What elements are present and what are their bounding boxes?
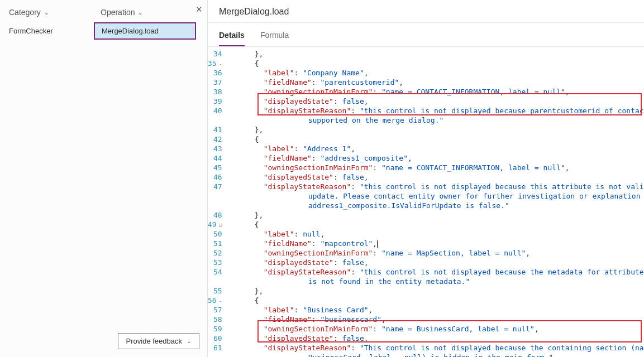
code-token: "Address 1" xyxy=(303,144,351,153)
code-pane[interactable]: 3435-3637383940414243444546474849⊟505152… xyxy=(208,47,644,357)
code-line: { xyxy=(230,134,644,144)
gutter-line: 35- xyxy=(208,59,222,68)
close-icon[interactable]: ✕ xyxy=(195,4,203,15)
gutter-line: 52 xyxy=(208,248,222,258)
code-token: "name = CONTACT_INFORMATION, label = nul… xyxy=(381,163,565,172)
code-line: }, xyxy=(230,210,644,220)
code-token: "Company Name" xyxy=(303,69,364,77)
code-token: , xyxy=(351,144,355,153)
gutter-line: 53 xyxy=(208,258,222,267)
code-token: "displayedState" xyxy=(264,334,333,342)
left-panel: ✕ Category ⌄ Operation ⌄ FormChecker Mer… xyxy=(0,0,208,357)
code-token: : xyxy=(351,268,360,276)
code-token: "label" xyxy=(264,230,294,238)
code-token: "fieldName" xyxy=(264,239,312,248)
tabs-row: Details Formula xyxy=(208,23,644,47)
code-token: supported on the merge dialog." xyxy=(308,116,444,124)
code-token: address1_composite.IsValidForUpdate is f… xyxy=(308,201,509,210)
code-token: { xyxy=(255,220,259,229)
code-token: "parentcustomerid" xyxy=(320,78,399,86)
gutter-line: 41 xyxy=(208,125,222,134)
gutter-line: 55 xyxy=(208,286,222,296)
code-token: "label" xyxy=(264,144,294,153)
gutter-line xyxy=(208,115,222,125)
code-token: { xyxy=(255,59,259,67)
code-line: "label": "Address 1", xyxy=(230,144,644,153)
code-token: "This control is not displayed because t… xyxy=(360,344,644,352)
code-token: : xyxy=(312,78,321,86)
gutter-line: 50 xyxy=(208,229,222,239)
category-cell: FormChecker xyxy=(0,22,89,40)
gutter-line: 49⊟ xyxy=(208,220,222,229)
operation-header[interactable]: Operation ⌄ xyxy=(101,8,207,17)
code-line: "fieldName": "businesscard", xyxy=(230,315,644,324)
page-title: MergeDialog.load xyxy=(208,0,644,23)
code-line: "owningSectionInMainForm": "name = CONTA… xyxy=(230,87,644,97)
code-token: "Business Card" xyxy=(303,306,368,314)
code-line: is not found in the entity metadata." xyxy=(230,277,644,286)
code-token: "label" xyxy=(264,69,294,77)
code-token: "this control is not displayed because p… xyxy=(360,107,644,115)
gutter-line: 45 xyxy=(208,163,222,172)
gutter-line: 38 xyxy=(208,87,222,97)
gutter-line: 40 xyxy=(208,106,222,115)
code-token: "displayStateReason" xyxy=(264,344,351,352)
code-token: BusinessCard, label = null) is hidden in… xyxy=(308,353,553,357)
code-token: }, xyxy=(255,211,264,219)
provide-feedback-button[interactable]: Provide feedback ⌄ xyxy=(118,333,199,349)
code-line: BusinessCard, label = null) is hidden in… xyxy=(230,353,644,357)
tab-details[interactable]: Details xyxy=(219,28,245,46)
tab-formula[interactable]: Formula xyxy=(260,28,289,46)
code-token: : xyxy=(333,173,342,181)
code-line: "owningSectionInMainForm": "name = CONTA… xyxy=(230,163,644,172)
code-token: : xyxy=(373,163,381,172)
code-line: "displayStateReason": "this control is n… xyxy=(230,182,644,191)
code-token: , xyxy=(373,239,377,248)
code-line: }, xyxy=(230,286,644,296)
gutter-line xyxy=(208,353,222,357)
code-token: "fieldName" xyxy=(264,78,312,86)
code-token: : xyxy=(294,69,303,77)
code-body[interactable]: },{"label": "Company Name","fieldName": … xyxy=(228,47,644,357)
operation-cell: MergeDialog.load xyxy=(94,22,196,40)
gutter-line: 36 xyxy=(208,68,222,78)
code-token: { xyxy=(255,296,259,305)
gutter-line: 39 xyxy=(208,97,222,106)
fold-icon[interactable]: ⊟ xyxy=(217,222,222,228)
fold-icon[interactable]: - xyxy=(217,298,222,304)
operation-cell-selected[interactable]: MergeDialog.load xyxy=(94,22,196,40)
code-token: : xyxy=(351,107,360,115)
code-token: "displayedState" xyxy=(264,258,333,267)
code-token: { xyxy=(255,135,259,143)
code-line: "fieldName": "mapcontrol", xyxy=(230,239,644,248)
chevron-down-icon: ⌄ xyxy=(44,9,49,16)
gutter-line: 61 xyxy=(208,343,222,353)
code-token: , xyxy=(364,258,369,267)
category-header[interactable]: Category ⌄ xyxy=(9,8,89,17)
gutter-line: 51 xyxy=(208,239,222,248)
result-row[interactable]: FormChecker MergeDialog.load xyxy=(0,22,207,40)
code-token: : xyxy=(294,230,303,238)
code-token: update. Please contact entity owner for … xyxy=(308,192,644,200)
code-token: , xyxy=(535,325,539,333)
code-token: "name = BusinessCard, label = null" xyxy=(381,325,535,333)
code-token: }, xyxy=(255,50,264,58)
code-token: , xyxy=(369,306,373,314)
code-token: "displayedState" xyxy=(264,97,333,105)
code-line: { xyxy=(230,220,644,229)
code-token: , xyxy=(364,173,369,181)
code-line: update. Please contact entity owner for … xyxy=(230,191,644,201)
code-token: "owningSectionInMainForm" xyxy=(264,163,373,172)
code-line: }, xyxy=(230,125,644,134)
gutter-line xyxy=(208,201,222,210)
chevron-down-icon: ⌄ xyxy=(138,9,142,16)
gutter-line: 58 xyxy=(208,315,222,324)
code-token: : xyxy=(373,325,381,333)
code-token: , xyxy=(526,249,530,257)
gutter-line: 56- xyxy=(208,296,222,305)
column-headers: Category ⌄ Operation ⌄ xyxy=(0,0,207,22)
fold-icon[interactable]: - xyxy=(217,61,222,67)
code-line: }, xyxy=(230,49,644,59)
gutter-line: 47 xyxy=(208,182,222,191)
operation-header-label: Operation xyxy=(101,8,135,17)
